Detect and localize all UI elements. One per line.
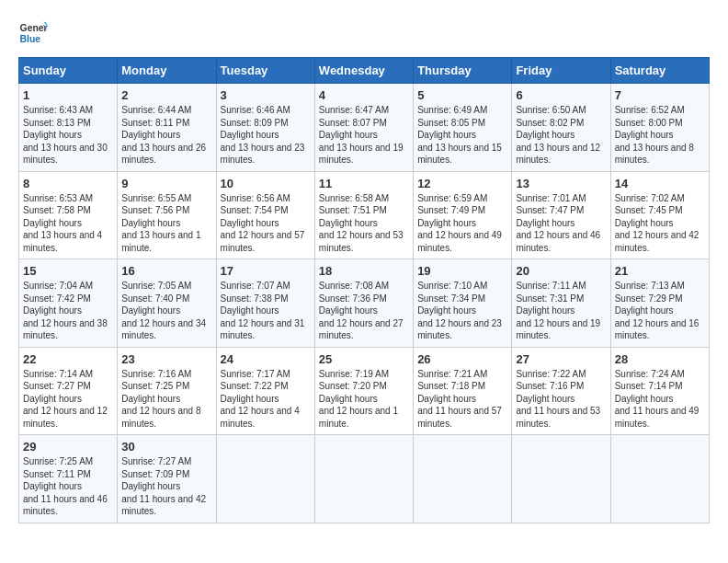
day-number: 23 [121, 352, 211, 366]
day-number: 1 [23, 88, 113, 102]
day-info: Sunrise: 6:53 AMSunset: 7:58 PMDaylight … [23, 192, 113, 255]
header-friday: Friday [512, 58, 610, 84]
calendar-day [610, 435, 709, 523]
calendar-week-5: 29 Sunrise: 7:25 AMSunset: 7:11 PMDaylig… [19, 435, 710, 523]
day-info: Sunrise: 6:44 AMSunset: 8:11 PMDaylight … [121, 104, 211, 167]
calendar-day: 5 Sunrise: 6:49 AMSunset: 8:05 PMDayligh… [414, 84, 512, 172]
day-number: 29 [23, 440, 113, 454]
day-number: 5 [417, 88, 507, 102]
day-number: 8 [23, 177, 113, 190]
calendar-day: 6 Sunrise: 6:50 AMSunset: 8:02 PMDayligh… [512, 84, 610, 172]
day-info: Sunrise: 7:07 AMSunset: 7:38 PMDaylight … [221, 280, 311, 342]
day-info: Sunrise: 6:46 AMSunset: 8:09 PMDaylight … [221, 104, 311, 167]
day-number: 19 [417, 264, 507, 278]
day-number: 30 [121, 440, 211, 454]
calendar-day: 17 Sunrise: 7:07 AMSunset: 7:38 PMDaylig… [216, 259, 314, 348]
day-info: Sunrise: 7:04 AMSunset: 7:42 PMDaylight … [23, 280, 113, 342]
calendar-day: 11 Sunrise: 6:58 AMSunset: 7:51 PMDaylig… [314, 171, 413, 259]
day-number: 22 [23, 352, 113, 366]
day-number: 18 [319, 264, 409, 278]
calendar-day: 28 Sunrise: 7:24 AMSunset: 7:14 PMDaylig… [610, 347, 709, 435]
calendar-day: 8 Sunrise: 6:53 AMSunset: 7:58 PMDayligh… [19, 171, 118, 259]
svg-text:Blue: Blue [20, 34, 41, 44]
day-info: Sunrise: 7:08 AMSunset: 7:36 PMDaylight … [319, 280, 409, 342]
calendar-day: 21 Sunrise: 7:13 AMSunset: 7:29 PMDaylig… [610, 259, 709, 348]
calendar-day: 16 Sunrise: 7:05 AMSunset: 7:40 PMDaylig… [118, 259, 216, 348]
day-number: 14 [615, 177, 705, 190]
header-tuesday: Tuesday [216, 58, 314, 84]
day-info: Sunrise: 6:43 AMSunset: 8:13 PMDaylight … [23, 104, 113, 167]
day-info: Sunrise: 7:25 AMSunset: 7:11 PMDaylight … [23, 455, 113, 518]
day-number: 17 [221, 264, 311, 278]
day-number: 6 [516, 88, 606, 102]
calendar-day [314, 435, 413, 523]
day-number: 24 [221, 352, 311, 366]
day-info: Sunrise: 6:55 AMSunset: 7:56 PMDaylight … [121, 192, 211, 255]
day-info: Sunrise: 7:05 AMSunset: 7:40 PMDaylight … [121, 280, 211, 342]
calendar-day [414, 435, 512, 523]
header-saturday: Saturday [610, 58, 709, 84]
calendar-table: SundayMondayTuesdayWednesdayThursdayFrid… [18, 57, 710, 523]
day-number: 28 [615, 352, 705, 366]
day-number: 4 [319, 88, 409, 102]
day-info: Sunrise: 6:56 AMSunset: 7:54 PMDaylight … [221, 192, 311, 255]
calendar-day: 26 Sunrise: 7:21 AMSunset: 7:18 PMDaylig… [414, 347, 512, 435]
day-number: 25 [319, 352, 409, 366]
header-row: SundayMondayTuesdayWednesdayThursdayFrid… [19, 58, 710, 84]
day-number: 26 [417, 352, 507, 366]
day-info: Sunrise: 7:27 AMSunset: 7:09 PMDaylight … [121, 455, 211, 518]
calendar-week-4: 22 Sunrise: 7:14 AMSunset: 7:27 PMDaylig… [19, 347, 710, 435]
day-number: 12 [417, 177, 507, 190]
day-number: 3 [221, 88, 311, 102]
day-info: Sunrise: 7:13 AMSunset: 7:29 PMDaylight … [615, 280, 705, 342]
calendar-day [512, 435, 610, 523]
logo: General Blue [18, 18, 48, 48]
header-monday: Monday [118, 58, 216, 84]
calendar-day: 12 Sunrise: 6:59 AMSunset: 7:49 PMDaylig… [414, 171, 512, 259]
calendar-day: 2 Sunrise: 6:44 AMSunset: 8:11 PMDayligh… [118, 84, 216, 172]
day-info: Sunrise: 6:59 AMSunset: 7:49 PMDaylight … [417, 192, 507, 255]
calendar-day: 1 Sunrise: 6:43 AMSunset: 8:13 PMDayligh… [19, 84, 118, 172]
day-info: Sunrise: 6:58 AMSunset: 7:51 PMDaylight … [319, 192, 409, 255]
day-number: 11 [319, 177, 409, 190]
calendar-day: 22 Sunrise: 7:14 AMSunset: 7:27 PMDaylig… [19, 347, 118, 435]
header-wednesday: Wednesday [314, 58, 413, 84]
day-info: Sunrise: 6:50 AMSunset: 8:02 PMDaylight … [516, 104, 606, 167]
day-info: Sunrise: 7:02 AMSunset: 7:45 PMDaylight … [615, 192, 705, 255]
day-number: 15 [23, 264, 113, 278]
day-info: Sunrise: 7:10 AMSunset: 7:34 PMDaylight … [417, 280, 507, 342]
calendar-day: 24 Sunrise: 7:17 AMSunset: 7:22 PMDaylig… [216, 347, 314, 435]
day-number: 21 [615, 264, 705, 278]
day-info: Sunrise: 7:14 AMSunset: 7:27 PMDaylight … [23, 368, 113, 431]
day-info: Sunrise: 7:01 AMSunset: 7:47 PMDaylight … [516, 192, 606, 255]
day-number: 20 [516, 264, 606, 278]
day-info: Sunrise: 7:19 AMSunset: 7:20 PMDaylight … [319, 368, 409, 431]
calendar-day: 27 Sunrise: 7:22 AMSunset: 7:16 PMDaylig… [512, 347, 610, 435]
calendar-day: 14 Sunrise: 7:02 AMSunset: 7:45 PMDaylig… [610, 171, 709, 259]
calendar-day: 29 Sunrise: 7:25 AMSunset: 7:11 PMDaylig… [19, 435, 118, 523]
calendar-day: 23 Sunrise: 7:16 AMSunset: 7:25 PMDaylig… [118, 347, 216, 435]
day-info: Sunrise: 6:49 AMSunset: 8:05 PMDaylight … [417, 104, 507, 167]
calendar-week-2: 8 Sunrise: 6:53 AMSunset: 7:58 PMDayligh… [19, 171, 710, 259]
day-info: Sunrise: 7:17 AMSunset: 7:22 PMDaylight … [221, 368, 311, 431]
calendar-day: 20 Sunrise: 7:11 AMSunset: 7:31 PMDaylig… [512, 259, 610, 348]
calendar-day: 4 Sunrise: 6:47 AMSunset: 8:07 PMDayligh… [314, 84, 413, 172]
calendar-day: 18 Sunrise: 7:08 AMSunset: 7:36 PMDaylig… [314, 259, 413, 348]
day-info: Sunrise: 7:24 AMSunset: 7:14 PMDaylight … [615, 368, 705, 431]
page-header: General Blue [18, 18, 710, 48]
day-info: Sunrise: 6:47 AMSunset: 8:07 PMDaylight … [319, 104, 409, 167]
calendar-day: 10 Sunrise: 6:56 AMSunset: 7:54 PMDaylig… [216, 171, 314, 259]
calendar-week-3: 15 Sunrise: 7:04 AMSunset: 7:42 PMDaylig… [19, 259, 710, 348]
day-info: Sunrise: 7:21 AMSunset: 7:18 PMDaylight … [417, 368, 507, 431]
calendar-day: 15 Sunrise: 7:04 AMSunset: 7:42 PMDaylig… [19, 259, 118, 348]
calendar-day: 19 Sunrise: 7:10 AMSunset: 7:34 PMDaylig… [414, 259, 512, 348]
header-thursday: Thursday [414, 58, 512, 84]
day-number: 27 [516, 352, 606, 366]
day-number: 13 [516, 177, 606, 190]
calendar-day: 25 Sunrise: 7:19 AMSunset: 7:20 PMDaylig… [314, 347, 413, 435]
day-number: 2 [121, 88, 211, 102]
calendar-day: 3 Sunrise: 6:46 AMSunset: 8:09 PMDayligh… [216, 84, 314, 172]
day-number: 9 [121, 177, 211, 190]
calendar-day: 13 Sunrise: 7:01 AMSunset: 7:47 PMDaylig… [512, 171, 610, 259]
calendar-day: 9 Sunrise: 6:55 AMSunset: 7:56 PMDayligh… [118, 171, 216, 259]
